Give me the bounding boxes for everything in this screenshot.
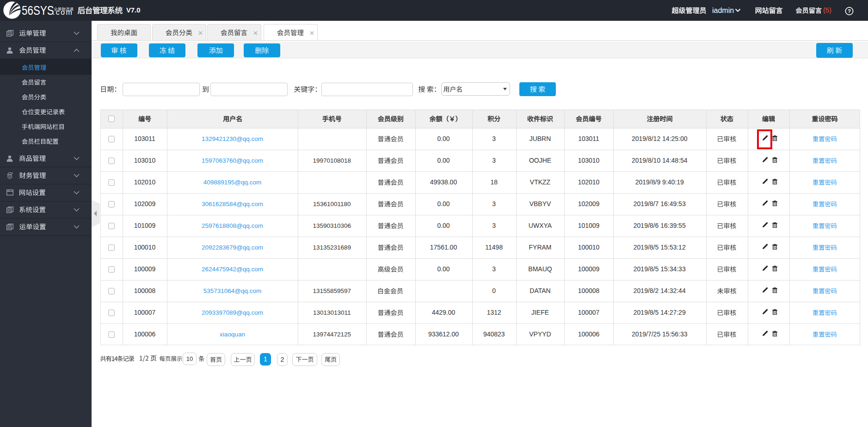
- svg-text:?: ?: [848, 8, 851, 14]
